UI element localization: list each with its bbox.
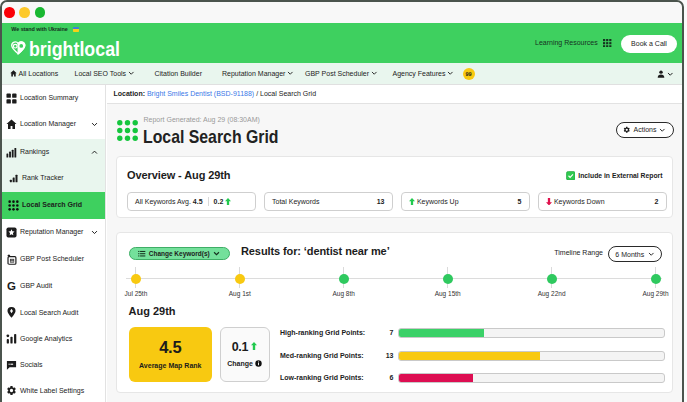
- svg-text:brightlocal: brightlocal: [29, 38, 120, 60]
- svg-text:Local Search Grid: Local Search Grid: [143, 126, 279, 147]
